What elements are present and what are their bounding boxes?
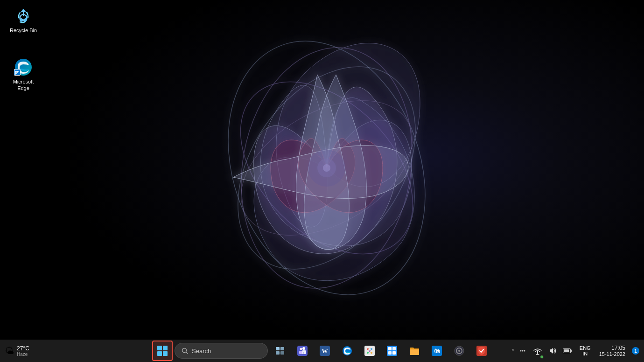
mcafee-button[interactable] (471, 341, 492, 361)
svg-line-17 (186, 352, 188, 354)
mcafee-icon (476, 346, 487, 356)
microsoft-edge-icon[interactable]: Microsoft Edge (5, 56, 42, 94)
svg-point-49 (458, 350, 460, 352)
ms-store-button[interactable]: 🛍 (427, 341, 447, 361)
svg-text:🛍: 🛍 (434, 348, 440, 355)
svg-point-1 (194, 13, 459, 322)
start-button[interactable] (152, 341, 173, 361)
file-explorer-icon (409, 346, 420, 356)
tray-extras-image (519, 348, 526, 354)
weather-temperature: 27°C (17, 345, 29, 352)
file-explorer-button[interactable] (404, 341, 425, 361)
recycle-bin-label: Recycle Bin (10, 27, 37, 34)
search-icon (182, 348, 188, 354)
task-view-icon (275, 346, 285, 355)
clock-date: 15-11-2022 (599, 351, 625, 357)
svg-rect-21 (280, 351, 284, 355)
weather-widget[interactable]: 🌤 27°C Haze (0, 340, 47, 362)
audio-image (549, 347, 556, 355)
svg-point-2 (223, 34, 431, 302)
clock-time: 17:05 (611, 345, 625, 351)
task-view-button[interactable] (270, 341, 290, 361)
language-selector[interactable]: ENG IN (575, 341, 595, 361)
svg-rect-18 (276, 347, 280, 350)
svg-rect-56 (570, 350, 572, 352)
language-code: ENG (580, 345, 591, 351)
app9-icon (454, 346, 464, 356)
edge-taskbar-button[interactable] (337, 341, 357, 361)
taskbar-center: Search T (152, 341, 492, 361)
weather-description: Haze (17, 352, 29, 357)
svg-rect-43 (410, 349, 419, 355)
word-icon: W (320, 346, 330, 356)
svg-rect-26 (299, 351, 302, 354)
wallpaper (0, 0, 644, 362)
teams-button[interactable]: T (292, 341, 313, 361)
system-tray: ^ (511, 340, 644, 362)
language-region: IN (582, 351, 588, 356)
network-status-badge (540, 355, 544, 359)
battery-image (563, 348, 572, 354)
svg-point-7 (317, 159, 336, 177)
edge-taskbar-icon (342, 346, 352, 356)
search-label: Search (192, 348, 211, 355)
audio-icon[interactable] (545, 341, 560, 361)
svg-point-3 (201, 34, 452, 303)
svg-rect-0 (0, 0, 644, 345)
svg-point-4 (208, 49, 445, 286)
svg-rect-19 (280, 347, 284, 350)
search-bar[interactable]: Search (175, 343, 268, 359)
notification-icon: 1 (631, 347, 640, 355)
svg-rect-40 (388, 351, 392, 355)
svg-point-51 (520, 350, 521, 352)
svg-point-23 (302, 347, 305, 350)
svg-point-52 (522, 350, 523, 352)
svg-rect-55 (564, 349, 569, 352)
svg-point-8 (323, 164, 330, 172)
svg-text:1: 1 (634, 348, 637, 354)
app9-button[interactable] (449, 341, 469, 361)
ms-store-icon: 🛍 (432, 346, 442, 356)
svg-point-24 (300, 348, 302, 350)
network-icon[interactable] (530, 341, 545, 361)
recycle-bin-icon[interactable]: Recycle Bin (5, 5, 42, 35)
desktop: Recycle Bin (0, 0, 644, 362)
svg-point-53 (524, 350, 525, 352)
settings-taskbar-icon (387, 346, 397, 356)
clock-area[interactable]: 17:05 15-11-2022 (595, 341, 629, 361)
windows-logo-icon (157, 346, 168, 356)
edge-label: Microsoft Edge (7, 78, 40, 92)
svg-rect-41 (392, 351, 396, 355)
notification-button[interactable]: 1 (629, 341, 642, 361)
settings-taskbar-button[interactable] (382, 341, 402, 361)
tray-extras-icon[interactable] (515, 341, 530, 361)
svg-rect-39 (392, 347, 396, 350)
svg-text:W: W (322, 348, 328, 355)
svg-text:T: T (302, 351, 304, 354)
svg-point-6 (308, 149, 345, 187)
recycle-bin-image (14, 7, 33, 25)
teams-icon: T (297, 346, 308, 356)
weather-icon: 🌤 (5, 346, 14, 356)
taskbar: 🌤 27°C Haze Search (0, 340, 644, 362)
network-image (533, 347, 542, 355)
battery-icon[interactable] (560, 341, 575, 361)
svg-rect-38 (388, 347, 392, 350)
svg-point-5 (218, 73, 435, 263)
word-button[interactable]: W (315, 341, 335, 361)
weather-info: 27°C Haze (17, 345, 29, 357)
svg-rect-20 (276, 351, 280, 355)
paint-icon (364, 346, 375, 356)
edge-image (14, 58, 33, 77)
tray-overflow-button[interactable]: ^ (511, 341, 515, 361)
paint-button[interactable] (359, 341, 380, 361)
svg-rect-44 (410, 348, 419, 349)
